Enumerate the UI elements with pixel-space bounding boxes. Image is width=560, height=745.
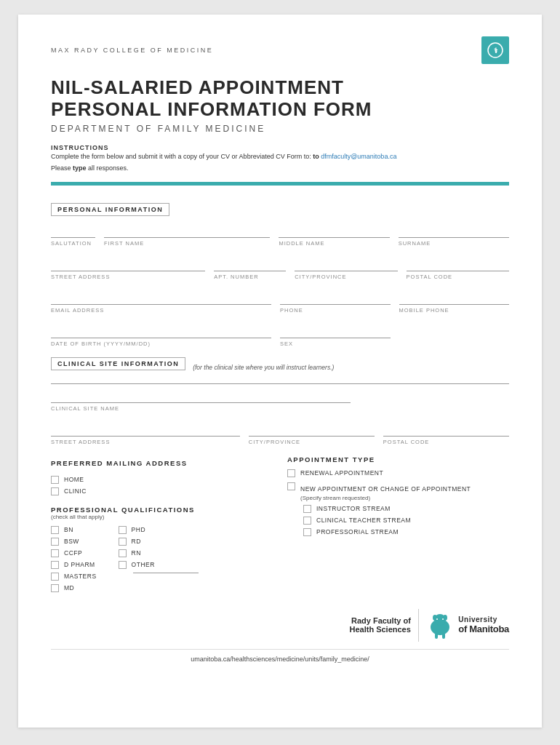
clinical-postal-field: POSTAL CODE [383, 422, 509, 445]
qual-checkbox[interactable] [119, 526, 127, 534]
preferred-mailing-heading: PREFERRED MAILING ADDRESS [51, 459, 188, 467]
clinical-street-input[interactable] [51, 422, 240, 437]
svg-rect-7 [442, 633, 445, 639]
salutation-label: SALUTATION [51, 240, 95, 247]
qual-checkbox[interactable] [51, 549, 59, 557]
sex-field: SEX [280, 324, 391, 347]
qual-checkbox[interactable] [119, 538, 127, 546]
clinical-site-name-input[interactable] [51, 389, 351, 403]
qual-item: BN [51, 526, 97, 534]
qual-item: RD [119, 538, 199, 546]
middle-name-label: MIDDLE NAME [279, 240, 389, 247]
qual-col2: PHDRDRNOTHER [119, 526, 199, 596]
qual-checkbox[interactable] [51, 538, 59, 546]
street-address-input[interactable] [51, 257, 205, 271]
umanitoba-logo: University of Manitoba [426, 610, 509, 640]
clinical-teacher-checkbox[interactable] [303, 517, 311, 525]
mailing-options: HOME CLINIC [51, 476, 273, 495]
clinic-label: CLINIC [64, 487, 87, 495]
umanitoba-text-block: University of Manitoba [458, 615, 509, 634]
qual-item: BSW [51, 538, 97, 546]
qual-checkbox[interactable] [51, 561, 59, 569]
dob-input[interactable] [51, 324, 271, 338]
new-appt-text-block: NEW APPOINTMENT OR CHANGE OF APPOINTMENT… [300, 481, 471, 501]
name-row: SALUTATION FIRST NAME MIDDLE NAME SURNAM… [51, 223, 509, 247]
apt-number-input[interactable] [214, 257, 286, 271]
qual-item: D PHARM [51, 561, 97, 569]
clinical-site-section: CLINICAL SITE INFORMATION (for the clini… [51, 357, 509, 445]
renewal-label: RENEWAL APPOINTMENT [300, 469, 383, 477]
personal-info-heading: PERSONAL INFORMATION [51, 203, 169, 216]
clinical-street-label: STREET ADDRESS [51, 439, 240, 445]
renewal-checkbox[interactable] [287, 469, 295, 477]
sex-input[interactable] [280, 324, 391, 338]
clinical-teacher-stream-item: CLINICAL TEACHER STREAM [303, 517, 509, 525]
qual-item: PHD [119, 526, 199, 534]
instructor-stream-checkbox[interactable] [303, 505, 311, 513]
svg-point-4 [433, 615, 437, 621]
mailing-clinic: CLINIC [51, 487, 273, 495]
qual-checkbox[interactable] [51, 526, 59, 534]
instructions-label: INSTRUCTIONS [51, 144, 509, 151]
clinical-postal-input[interactable] [383, 422, 509, 437]
salutation-input[interactable] [51, 223, 95, 238]
new-appt-label: NEW APPOINTMENT OR CHANGE OF APPOINTMENT [300, 485, 471, 493]
first-name-field: FIRST NAME [104, 223, 270, 247]
lower-section: PREFERRED MAILING ADDRESS HOME CLINIC PR… [51, 455, 509, 596]
clinical-postal-label: POSTAL CODE [383, 439, 509, 445]
instructions-note: Please type all responses. [51, 164, 509, 172]
college-name: MAX RADY COLLEGE OF MEDICINE [51, 47, 213, 54]
new-appt-checkbox[interactable] [287, 482, 295, 490]
svg-point-8 [436, 618, 438, 620]
rady-logo-text: Rady Faculty of Health Sciences [349, 616, 410, 634]
bison-icon [426, 610, 454, 640]
right-col: APPOINTMENT TYPE RENEWAL APPOINTMENT NEW… [287, 455, 509, 596]
postal-code-input[interactable] [407, 257, 509, 271]
teal-divider [51, 182, 509, 186]
svg-point-5 [443, 615, 447, 621]
postal-code-label: POSTAL CODE [407, 274, 509, 280]
email-field: EMAIL ADDRESS [51, 290, 271, 314]
rady-line2: Health Sciences [349, 625, 410, 634]
page: MAX RADY COLLEGE OF MEDICINE ⚕ NIL-SALAR… [18, 15, 542, 728]
mobile-input[interactable] [399, 290, 510, 305]
postal-code-field: POSTAL CODE [407, 257, 509, 280]
clinical-site-line [51, 383, 509, 384]
phone-field: PHONE [280, 290, 391, 314]
qual-checkbox[interactable] [51, 573, 59, 581]
personal-info-section: PERSONAL INFORMATION SALUTATION FIRST NA… [51, 202, 509, 347]
qual-item: MD [51, 584, 97, 592]
clinic-checkbox[interactable] [51, 487, 59, 495]
email-input[interactable] [51, 290, 271, 305]
qual-checkbox[interactable] [51, 584, 59, 592]
instructor-stream-label: INSTRUCTOR STREAM [316, 505, 391, 512]
qual-grid: BNBSWCCFPD PHARMMASTERSMD PHDRDRNOTHER [51, 526, 273, 596]
appt-heading: APPOINTMENT TYPE [287, 455, 509, 463]
qual-checkbox[interactable] [119, 561, 127, 569]
qual-item: RN [119, 549, 199, 557]
contact-row: EMAIL ADDRESS PHONE MOBILE PHONE [51, 290, 509, 314]
renewal-appt-item: RENEWAL APPOINTMENT [287, 469, 509, 477]
phone-label: PHONE [280, 307, 391, 314]
surname-input[interactable] [399, 223, 509, 238]
professorial-stream-item: PROFESSORIAL STREAM [303, 528, 509, 536]
professorial-checkbox[interactable] [303, 528, 311, 536]
apt-number-label: APT. NUMBER [214, 274, 286, 280]
qual-checkbox[interactable] [119, 549, 127, 557]
home-label: HOME [64, 476, 84, 483]
dob-label: DATE OF BIRTH (YYYY/MM/DD) [51, 340, 271, 347]
footer-url: umanitoba.ca/healthsciences/medicine/uni… [51, 649, 509, 663]
qual-item: CCFP [51, 549, 97, 557]
first-name-input[interactable] [104, 223, 270, 238]
apt-number-field: APT. NUMBER [214, 257, 286, 280]
email-label: EMAIL ADDRESS [51, 307, 271, 314]
middle-name-input[interactable] [279, 223, 389, 238]
new-appt-item: NEW APPOINTMENT OR CHANGE OF APPOINTMENT… [287, 481, 509, 536]
college-logo: ⚕ [481, 36, 509, 64]
surname-field: SURNAME [399, 223, 509, 247]
city-province-input[interactable] [295, 257, 397, 271]
home-checkbox[interactable] [51, 476, 59, 484]
street-address-label: STREET ADDRESS [51, 274, 205, 280]
phone-input[interactable] [280, 290, 391, 305]
clinical-city-input[interactable] [249, 422, 375, 437]
